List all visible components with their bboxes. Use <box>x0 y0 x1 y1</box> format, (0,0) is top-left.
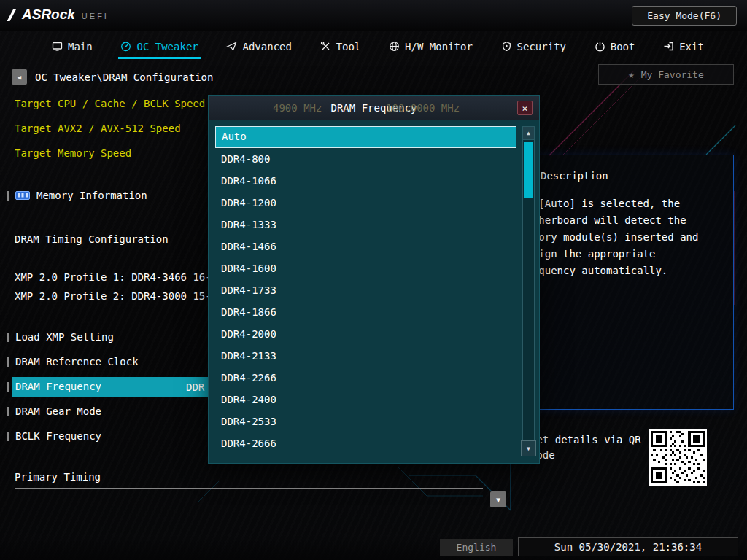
xmp-profile-1: XMP 2.0 Profile 1: DDR4-3466 16- <box>15 271 212 283</box>
tab-label: Security <box>517 41 566 52</box>
tab-hw-monitor[interactable]: H/W Monitor <box>387 34 475 59</box>
close-icon: × <box>522 103 528 114</box>
list-item[interactable]: DDR4-1466 <box>215 236 516 257</box>
list-item[interactable]: DDR4-2400 <box>215 389 516 411</box>
list-item[interactable]: DDR4-1066 <box>215 170 516 192</box>
option-label: BCLK Frequency <box>15 430 101 442</box>
tab-main[interactable]: Main <box>50 34 95 59</box>
tab-label: Boot <box>611 41 635 52</box>
logo-slash-mark <box>7 9 16 21</box>
hw-monitor-icon <box>389 41 400 52</box>
memory-information-label: Memory Information <box>36 190 147 201</box>
item-tick <box>7 407 9 416</box>
dram-frequency-value: DDR <box>186 381 204 393</box>
dram-frequency-dialog: 4900 MHz DRAM Frequency 100.0000 MHz × A… <box>208 95 540 464</box>
chevron-down-icon: ▼ <box>496 496 500 504</box>
primary-timing-section-header: Primary Timing <box>15 471 101 483</box>
chevron-up-icon: ▲ <box>527 130 530 136</box>
target-memory-speed-row: Target Memory Speed <box>15 147 131 159</box>
tab-exit[interactable]: Exit <box>661 34 706 59</box>
tab-label: Exit <box>679 41 704 52</box>
exit-icon <box>663 41 674 52</box>
obscured-cpu-speed-value: 4900 MHz <box>273 96 322 120</box>
back-icon: ◀ <box>18 74 21 81</box>
my-favorite-button[interactable]: ★ My Favorite <box>598 64 734 85</box>
tab-oc-tweaker[interactable]: OC Tweaker <box>118 34 200 59</box>
tab-boot[interactable]: Boot <box>592 34 638 59</box>
advanced-icon <box>226 41 237 52</box>
option-load-xmp-setting[interactable]: Load XMP Setting <box>7 331 114 343</box>
star-icon: ★ <box>628 69 634 80</box>
qr-code <box>649 429 707 486</box>
list-item-selected[interactable]: Auto <box>215 126 516 148</box>
nav-tab-bar: Main OC Tweaker Advanced Tool H/W Monito… <box>0 31 747 61</box>
list-item[interactable]: DDR4-2266 <box>215 367 516 389</box>
language-button[interactable]: English <box>440 539 513 556</box>
section-divider <box>15 488 483 489</box>
list-item[interactable]: DDR4-1733 <box>215 279 516 301</box>
option-dram-reference-clock[interactable]: DRAM Reference Clock <box>7 356 139 368</box>
item-tick <box>7 382 9 392</box>
list-item[interactable]: DDR4-1866 <box>215 301 516 323</box>
boot-icon <box>595 41 605 52</box>
list-item[interactable]: DDR4-800 <box>215 148 516 170</box>
dialog-close-button[interactable]: × <box>517 101 533 115</box>
content-scroll-down-button[interactable]: ▼ <box>490 491 506 508</box>
option-label: DRAM Frequency <box>15 381 101 392</box>
list-item[interactable]: DDR4-2666 <box>215 432 516 454</box>
logo-text: ASRock <box>22 7 75 23</box>
option-dram-gear-mode[interactable]: DRAM Gear Mode <box>7 405 101 417</box>
main-icon <box>52 41 63 52</box>
option-dram-frequency[interactable]: DRAM Frequency <box>7 381 101 392</box>
oc-tweaker-icon <box>120 41 131 52</box>
list-item[interactable]: DDR4-1333 <box>215 214 516 236</box>
security-icon <box>501 41 512 52</box>
easy-mode-button[interactable]: Easy Mode(F6) <box>632 6 737 26</box>
breadcrumb: OC Tweaker\DRAM Configuration <box>35 71 213 83</box>
scrollbar-thumb[interactable] <box>524 142 533 198</box>
item-tick <box>7 332 9 342</box>
back-button[interactable]: ◀ <box>12 69 27 85</box>
tab-security[interactable]: Security <box>499 34 568 59</box>
uefi-label: UEFI <box>82 12 109 20</box>
item-tick <box>7 432 9 441</box>
tab-label: Main <box>68 41 93 52</box>
dialog-scrollbar[interactable]: ▲ ▼ <box>522 126 535 456</box>
description-title: Description <box>541 170 608 182</box>
top-bar: ASRock UEFI Easy Mode(F6) <box>0 0 747 31</box>
dialog-title: DRAM Frequency <box>209 96 539 120</box>
chevron-down-icon: ▼ <box>527 446 530 452</box>
target-cpu-speed-row: Target CPU / Cache / BCLK Speed <box>15 98 205 109</box>
datetime-display: Sun 05/30/2021, 21:36:34 <box>518 537 738 556</box>
my-favorite-label: My Favorite <box>641 69 704 80</box>
xmp-profile-2: XMP 2.0 Profile 2: DDR4-3000 15- <box>15 290 212 302</box>
asrock-logo: ASRock UEFI <box>10 7 109 23</box>
item-tick <box>7 357 9 367</box>
list-item[interactable]: DDR4-2133 <box>215 345 516 367</box>
memory-icon <box>15 191 30 201</box>
tab-advanced[interactable]: Advanced <box>224 34 293 59</box>
tab-label: Tool <box>336 41 361 52</box>
target-avx-speed-row: Target AVX2 / AVX-512 Speed <box>15 122 181 134</box>
tool-icon <box>320 41 331 52</box>
scrollbar-down-button[interactable]: ▼ <box>521 440 536 456</box>
tab-tool[interactable]: Tool <box>318 34 363 59</box>
description-body: If [Auto] is selected, the motherboard w… <box>520 195 707 279</box>
tab-label: H/W Monitor <box>405 41 473 52</box>
tab-label: OC Tweaker <box>136 41 198 52</box>
tab-label: Advanced <box>242 41 291 52</box>
description-panel: Description If [Auto] is selected, the m… <box>511 155 734 410</box>
list-item[interactable]: DDR4-1200 <box>215 192 516 214</box>
qr-caption: Get details via QR code <box>530 432 651 463</box>
option-label: Load XMP Setting <box>15 331 114 343</box>
list-item[interactable]: DDR4-2000 <box>215 323 516 345</box>
list-item[interactable]: DDR4-1600 <box>215 257 516 279</box>
frequency-option-list: Auto DDR4-800 DDR4-1066 DDR4-1200 DDR4-1… <box>215 126 516 454</box>
scrollbar-up-button[interactable]: ▲ <box>523 127 534 140</box>
obscured-bclk-value: 100.0000 MHz <box>386 96 460 120</box>
list-item[interactable]: DDR4-2533 <box>215 411 516 432</box>
option-label: DRAM Reference Clock <box>15 356 139 368</box>
dialog-header: 4900 MHz DRAM Frequency 100.0000 MHz × <box>209 96 539 120</box>
option-bclk-frequency[interactable]: BCLK Frequency <box>7 430 101 442</box>
memory-information-row[interactable]: Memory Information <box>7 190 147 201</box>
